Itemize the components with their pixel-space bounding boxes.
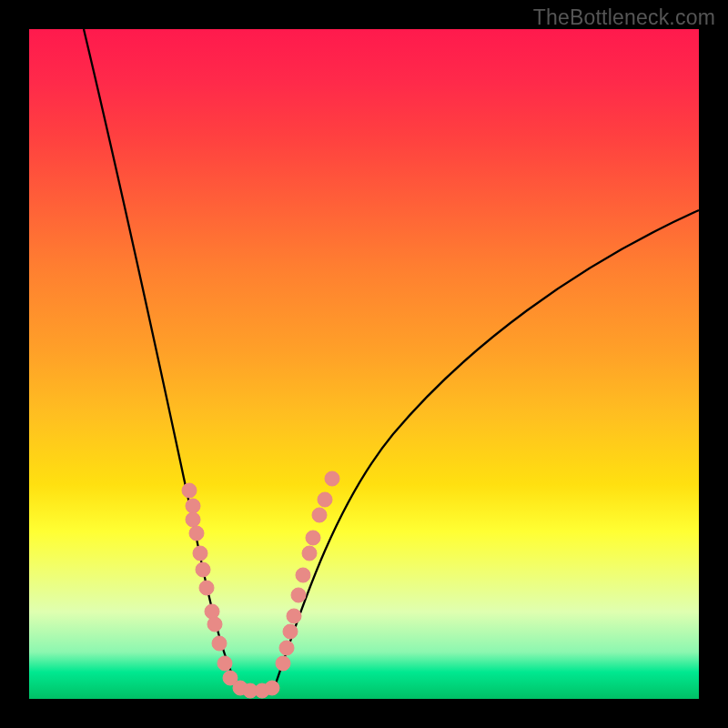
dot — [302, 546, 317, 561]
dots-left — [182, 483, 238, 685]
chart-svg — [29, 29, 699, 699]
dot — [186, 512, 200, 527]
dot — [283, 624, 298, 639]
dot — [196, 562, 210, 577]
dot — [325, 471, 339, 486]
dot — [306, 531, 320, 545]
dot — [312, 508, 327, 522]
dot — [279, 641, 294, 655]
curve-right — [275, 210, 699, 686]
dot — [291, 588, 306, 602]
dot — [193, 546, 207, 561]
dot — [217, 656, 232, 671]
dot — [182, 483, 197, 498]
dot — [199, 581, 214, 595]
dot — [296, 568, 310, 582]
dots-right — [276, 471, 339, 671]
dot — [207, 617, 222, 632]
dot — [189, 526, 204, 541]
watermark-text: TheBottleneck.com — [533, 5, 715, 30]
dot — [186, 499, 200, 513]
dot — [318, 492, 332, 507]
dots-floor — [233, 681, 279, 698]
dot — [276, 656, 290, 671]
dot — [265, 681, 279, 695]
dot — [212, 636, 227, 651]
dot — [287, 609, 301, 623]
dot — [205, 604, 219, 619]
curve-left — [84, 29, 238, 686]
chart-frame: TheBottleneck.com — [0, 0, 728, 728]
plot-area — [29, 29, 699, 699]
